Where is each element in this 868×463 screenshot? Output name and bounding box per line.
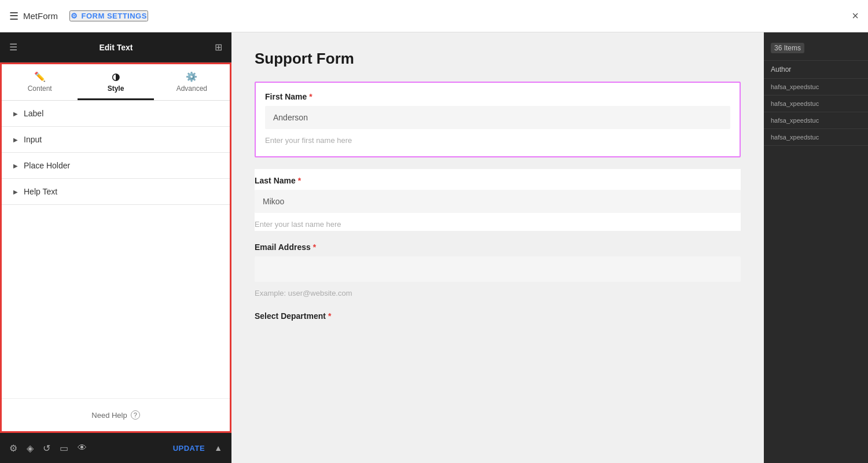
required-star: * [313,242,316,252]
first-name-field: First Name * Enter your first name here [255,82,741,157]
username-3: hafsa_xpeedstuc [771,117,861,124]
sidebar-item-count: 36 Items [764,38,868,61]
form-settings-button[interactable]: ⚙ FORM SETTINGS [69,10,148,21]
tab-advanced[interactable]: ⚙️ Advanced [154,71,230,100]
panel-header: ☰ Edit Text ⊞ [0,32,231,63]
sidebar-user-2: hafsa_xpeedstuc [764,95,868,112]
arrow-icon: ▶ [13,189,18,195]
last-name-placeholder: Enter your last name here [255,218,741,231]
tab-content-label: Content [28,84,52,93]
username-2: hafsa_xpeedstuc [771,100,861,107]
help-circle-icon[interactable]: ? [131,410,140,420]
arrow-icon: ▶ [13,163,18,169]
need-help-section: Need Help ? [2,398,230,431]
first-name-placeholder: Enter your first name here [265,134,730,147]
first-name-input[interactable] [265,106,730,129]
center-area: Support Form First Name * Enter your fir… [231,32,764,463]
department-label: Select Department * [255,311,741,321]
username-1: hafsa_xpeedstuc [771,83,861,90]
app-logo: ☰ MetForm [9,10,58,23]
accordion-input[interactable]: ▶ Input [2,127,230,153]
first-name-label: First Name * [265,92,730,101]
main-area: ☰ Edit Text ⊞ ✏️ Content ◑ Style ⚙️ Adva… [0,32,868,463]
panel-title: Edit Text [17,43,215,52]
required-star: * [328,311,331,321]
author-label: Author [771,65,861,74]
username-4: hafsa_xpeedstuc [771,134,861,141]
accordion-list: ▶ Label ▶ Input ▶ Place Holder ▶ Help Te… [2,101,230,398]
panel-menu-icon[interactable]: ☰ [9,42,17,53]
count-badge: 36 Items [771,43,804,53]
right-sidebar: 36 Items Author hafsa_xpeedstuc hafsa_xp… [764,32,868,463]
last-name-field: Last Name * Enter your last name here [255,169,741,231]
hamburger-icon[interactable]: ☰ [9,10,19,23]
last-name-input[interactable] [255,190,741,213]
left-panel: ☰ Edit Text ⊞ ✏️ Content ◑ Style ⚙️ Adva… [0,32,231,463]
accordion-helptext[interactable]: ▶ Help Text [2,179,230,205]
advanced-gear-icon: ⚙️ [186,71,197,82]
sidebar-user-4: hafsa_xpeedstuc [764,129,868,146]
accordion-placeholder-text: Place Holder [24,161,70,170]
bottom-toolbar: ⚙ ◈ ↺ ▭ 👁 UPDATE ▲ [0,433,231,463]
top-bar: ☰ MetForm ⚙ FORM SETTINGS × [0,0,868,32]
gear-icon: ⚙ [71,12,78,20]
accordion-label[interactable]: ▶ Label [2,101,230,127]
department-field: Select Department * [255,311,741,321]
sidebar-author-header: Author [764,61,868,79]
responsive-icon[interactable]: ▭ [60,443,68,454]
circle-half-icon: ◑ [112,71,120,82]
need-help-text: Need Help [91,411,127,420]
accordion-helptext-text: Help Text [24,187,57,196]
sidebar-user-3: hafsa_xpeedstuc [764,112,868,129]
panel-grid-icon[interactable]: ⊞ [215,42,222,53]
tab-style[interactable]: ◑ Style [78,71,153,100]
tab-style-label: Style [108,84,124,93]
logo-text: MetForm [23,11,58,21]
email-input[interactable] [255,256,741,282]
arrow-icon: ▶ [13,111,18,117]
history-icon[interactable]: ↺ [43,443,50,454]
last-name-label: Last Name * [255,169,741,185]
required-star: * [309,92,312,101]
email-placeholder: Example: user@website.com [255,286,741,300]
email-field: Email Address * Example: user@website.co… [255,242,741,300]
tab-advanced-label: Advanced [176,84,207,93]
preview-icon[interactable]: 👁 [78,443,87,453]
settings-icon[interactable]: ⚙ [9,443,17,454]
red-border-container: ✏️ Content ◑ Style ⚙️ Advanced ▶ Label [0,63,231,433]
email-label: Email Address * [255,242,741,252]
layers-icon[interactable]: ◈ [27,443,34,454]
tab-content[interactable]: ✏️ Content [2,71,78,100]
pencil-icon: ✏️ [34,71,46,82]
chevron-up-icon[interactable]: ▲ [214,443,222,453]
required-star: * [298,176,301,185]
close-button[interactable]: × [852,9,859,23]
update-button[interactable]: UPDATE [173,444,205,453]
tabs-row: ✏️ Content ◑ Style ⚙️ Advanced [2,64,230,101]
sidebar-user-1: hafsa_xpeedstuc [764,79,868,95]
arrow-icon: ▶ [13,137,18,143]
accordion-placeholder[interactable]: ▶ Place Holder [2,153,230,179]
form-title: Support Form [255,50,741,68]
accordion-input-text: Input [24,135,42,144]
accordion-label-text: Label [24,109,43,118]
